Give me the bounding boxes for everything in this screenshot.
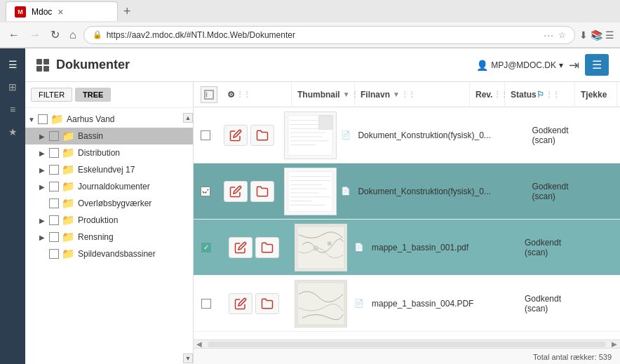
sidebar-menu-icon[interactable]: ☰ — [2, 54, 23, 75]
scroll-up-btn[interactable]: ▲ — [183, 113, 193, 123]
svg-rect-23 — [297, 226, 344, 268]
action-cell-1 — [217, 125, 281, 146]
row-checkbox-cell-1[interactable] — [194, 130, 217, 140]
logout-btn[interactable]: ⇥ — [569, 58, 579, 73]
tree-label-rensning: Rensning — [78, 232, 114, 242]
filter-icon[interactable]: ⚐ — [537, 90, 544, 100]
browser-tab[interactable]: M Mdoc × — [6, 1, 118, 21]
forward-btn[interactable]: → — [27, 27, 43, 43]
thumbnail-cell-2 — [281, 168, 339, 215]
folder-btn-4[interactable] — [255, 293, 279, 314]
folder-icon-spildevands: 📁 — [62, 248, 75, 260]
tree-item-produktion[interactable]: ▶ 📁 Produktion — [25, 212, 193, 229]
folder-icon-produktion: 📁 — [62, 214, 75, 227]
tree-item-overloeb[interactable]: ▶ 📁 Overløbsbygværker — [25, 195, 193, 212]
tree-checkbox-spildevands[interactable] — [49, 249, 59, 259]
row-checkbox-2[interactable] — [201, 187, 210, 196]
header-rev[interactable]: Rev. ⋮⋮ — [470, 82, 505, 107]
header-actions[interactable]: ⚙ ⋮⋮ — [222, 82, 292, 107]
header-thumbnail[interactable]: Thumbnail ▼ ⋮⋮ — [292, 82, 355, 107]
new-tab-btn[interactable]: + — [118, 4, 137, 19]
back-btn[interactable]: ← — [6, 27, 22, 43]
tree-checkbox-aarhus[interactable] — [38, 114, 48, 124]
edit-btn-2[interactable] — [224, 181, 248, 202]
bookmark-icon[interactable]: ☆ — [558, 30, 566, 40]
filename-text-1: Dokument_Konstruktion(fysisk)_0... — [358, 130, 490, 140]
home-btn[interactable]: ⌂ — [67, 27, 79, 43]
header-status[interactable]: Status ⚐ ⋮⋮ — [505, 82, 575, 107]
tree-checkbox-bassin[interactable] — [49, 131, 59, 141]
status-label: Status — [511, 90, 537, 100]
hamburger-menu-btn[interactable]: ☰ — [585, 54, 609, 76]
expander-icon: ▶ — [39, 217, 49, 224]
row-checkbox-3[interactable]: ✓ — [201, 243, 211, 252]
folder-btn-1[interactable] — [250, 125, 274, 146]
header-tjekke[interactable]: Tjekke — [575, 82, 617, 107]
address-bar[interactable]: 🔒 https://aav2.mdoc.dk/#NTI.Mdoc.Web/Dok… — [83, 26, 575, 44]
tree-label-distribution: Distribution — [78, 148, 120, 158]
filetype-cell-1: 📄 — [339, 130, 352, 140]
user-menu-btn[interactable]: 👤 MPJ@MDOC.DK ▾ — [476, 60, 563, 71]
tab-favicon: M — [15, 6, 26, 18]
action-cell-2 — [217, 181, 281, 202]
edit-btn-1[interactable] — [224, 125, 248, 146]
tree-item-bassin[interactable]: ▶ 📁 Bassin — [25, 128, 193, 144]
scroll-left-btn[interactable]: ◀ — [194, 340, 205, 348]
thumbnail-2 — [284, 168, 337, 215]
tree-checkbox-produktion[interactable] — [49, 215, 59, 225]
horizontal-scrollbar[interactable]: ◀ ▶ — [194, 339, 620, 348]
svg-point-25 — [327, 241, 331, 245]
edit-btn-3[interactable] — [229, 237, 252, 258]
tree-checkbox-rensning[interactable] — [49, 232, 59, 242]
user-label: MPJ@MDOC.DK — [491, 60, 556, 70]
row-checkbox-4[interactable] — [201, 299, 211, 309]
tree-item-distribution[interactable]: ▶ 📁 Distribution — [25, 144, 193, 161]
scroll-right-btn[interactable]: ▶ — [609, 340, 620, 348]
tree-item-journaldok[interactable]: ▶ 📁 Journaldokumenter — [25, 178, 193, 195]
scroll-down-btn[interactable]: ▼ — [183, 353, 193, 363]
row-checkbox-cell-2[interactable] — [194, 187, 217, 196]
tree-item-spildevands[interactable]: ▶ 📁 Spildevandsbassiner — [25, 245, 193, 262]
row-checkbox-1[interactable] — [201, 130, 210, 140]
header-filename[interactable]: Filnavn ▼ ⋮⋮ — [355, 82, 470, 107]
lock-icon: 🔒 — [93, 30, 102, 39]
row-checkbox-cell-3[interactable]: ✓ — [194, 243, 219, 252]
filetype-cell-4: 📄 — [352, 299, 366, 308]
app-header: Dokumenter 👤 MPJ@MDOC.DK ▾ ⇥ ☰ — [25, 48, 620, 82]
tree-view-btn[interactable]: TREE — [75, 88, 111, 102]
folder-icon-rensning: 📁 — [62, 231, 75, 243]
tree-item-rensning[interactable]: ▶ 📁 Rensning — [25, 229, 193, 245]
folder-btn-3[interactable] — [255, 237, 279, 258]
sidebar-list-icon[interactable]: ≡ — [2, 99, 23, 120]
sidebar-star-icon[interactable]: ★ — [2, 121, 23, 142]
tree-label-produktion: Produktion — [78, 215, 118, 225]
folder-btn-2[interactable] — [250, 181, 274, 202]
top-right-controls: 👤 MPJ@MDOC.DK ▾ ⇥ ☰ — [476, 54, 609, 76]
tree-checkbox-overloeb[interactable] — [49, 198, 59, 208]
select-all-icon[interactable] — [201, 86, 217, 103]
sort-icon-filename: ▼ — [393, 90, 400, 98]
sidebar-grid-icon[interactable]: ⊞ — [2, 76, 23, 97]
edit-btn-4[interactable] — [229, 293, 252, 314]
tree-item-eskelundvej[interactable]: ▶ 📁 Eskelundvej 17 — [25, 161, 193, 178]
url-text: https://aav2.mdoc.dk/#NTI.Mdoc.Web/Dokum… — [107, 30, 540, 40]
tab-close-btn[interactable]: × — [58, 6, 63, 18]
download-icon[interactable]: ⬇ — [579, 29, 588, 41]
filename-label: Filnavn — [360, 90, 390, 100]
tree-checkbox-distribution[interactable] — [49, 148, 59, 158]
status-text-1: Godkendt(scan) — [532, 126, 569, 145]
tree-checkbox-eskelundvej[interactable] — [49, 165, 59, 175]
tree-checkbox-journaldok[interactable] — [49, 182, 59, 191]
library-icon[interactable]: 📚 — [591, 29, 602, 41]
tree-item-aarhus[interactable]: ▼ 📁 Aarhus Vand — [25, 111, 193, 128]
folder-icon: 📁 — [50, 113, 64, 126]
thumbnail-label: Thumbnail — [297, 90, 340, 100]
expander-icon: ▶ — [39, 149, 49, 157]
row-checkbox-cell-4[interactable] — [194, 299, 219, 309]
refresh-btn[interactable]: ↻ — [48, 27, 62, 43]
filename-text-3: mappe_1_bassin_001.pdf — [372, 243, 469, 252]
filter-btn[interactable]: FILTER — [31, 88, 72, 102]
nav-dots[interactable]: ··· — [544, 29, 554, 41]
header-select — [196, 86, 222, 103]
settings-icon[interactable]: ☰ — [605, 29, 614, 41]
